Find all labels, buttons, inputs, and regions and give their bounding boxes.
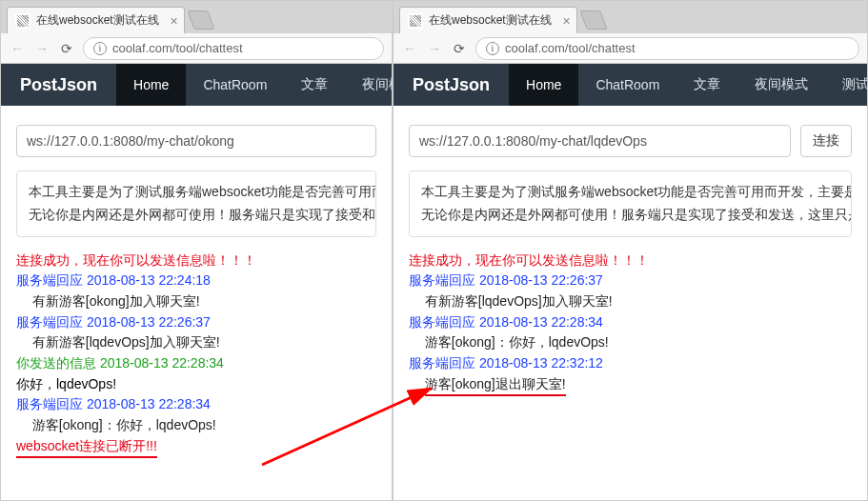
log-line: 服务端回应 2018-08-13 22:28:34: [409, 312, 852, 333]
nav-chatroom[interactable]: ChatRoom: [186, 64, 284, 106]
nav-chatroom[interactable]: ChatRoom: [578, 64, 676, 106]
nav-home[interactable]: Home: [116, 64, 186, 106]
tab-title: 在线websocket测试在线: [429, 12, 552, 29]
nav-article[interactable]: 文章: [284, 64, 345, 106]
ws-url-input[interactable]: [16, 125, 376, 157]
site-nav: PostJson Home ChatRoom 文章 夜间模式 测试工具: [394, 64, 867, 106]
ws-input-row: [16, 125, 376, 157]
nav-night[interactable]: 夜间模式: [345, 64, 392, 106]
connect-button[interactable]: 连接: [800, 125, 852, 157]
ws-input-row: 连接: [409, 125, 852, 157]
desc-line: 无论你是内网还是外网都可使用！服务端只是实现了接受和发送: [29, 204, 364, 227]
nav-article[interactable]: 文章: [676, 64, 737, 106]
log-line: 服务端回应 2018-08-13 22:26:37: [16, 312, 376, 333]
favicon-icon: [15, 13, 30, 29]
log-line: 有新游客[lqdevOps]加入聊天室!: [409, 291, 852, 312]
browser-window-left: 在线websocket测试在线 × ← → ⟳ i coolaf.com/too…: [0, 0, 393, 501]
ws-url-input[interactable]: [409, 125, 791, 157]
new-tab-button[interactable]: [187, 10, 214, 30]
log-line: 你好，lqdevOps!: [16, 374, 376, 395]
site-info-icon[interactable]: i: [93, 42, 107, 55]
brand-logo[interactable]: PostJson: [394, 64, 509, 106]
log-highlight: 游客[okong]退出聊天室!: [425, 374, 566, 397]
nav-tools[interactable]: 测试工具: [825, 64, 867, 106]
site-info-icon[interactable]: i: [486, 42, 499, 55]
address-bar[interactable]: i coolaf.com/tool/chattest: [475, 37, 859, 60]
page-body: 本工具主要是为了测试服务端websocket功能是否完善可用而开发 无论你是内网…: [1, 106, 392, 468]
desc-line: 本工具主要是为了测试服务端websocket功能是否完善可用而开发，主要是相: [421, 181, 839, 204]
favicon-icon: [408, 13, 423, 29]
log-line: 服务端回应 2018-08-13 22:26:37: [409, 271, 852, 291]
close-tab-icon[interactable]: ×: [171, 13, 178, 29]
nav-home[interactable]: Home: [509, 64, 578, 106]
tool-description: 本工具主要是为了测试服务端websocket功能是否完善可用而开发 无论你是内网…: [16, 170, 376, 237]
desc-line: 无论你是内网还是外网都可使用！服务端只是实现了接受和发送，这里只是测: [421, 204, 839, 227]
reload-icon[interactable]: ⟳: [451, 40, 468, 57]
desc-line: 本工具主要是为了测试服务端websocket功能是否完善可用而开发: [29, 181, 364, 204]
log-line: websocket连接已断开!!!: [16, 436, 376, 459]
log-line: 游客[okong]：你好，lqdevOps!: [16, 415, 376, 436]
back-icon[interactable]: ←: [9, 40, 26, 57]
message-log: 连接成功，现在你可以发送信息啦！！！ 服务端回应 2018-08-13 22:2…: [16, 250, 376, 459]
log-line: 有新游客[okong]加入聊天室!: [16, 291, 376, 312]
url-text: coolaf.com/tool/chattest: [112, 41, 243, 55]
log-line: 你发送的信息 2018-08-13 22:28:34: [16, 353, 376, 374]
address-row: ← → ⟳ i coolaf.com/tool/chattest: [394, 33, 867, 64]
forward-icon[interactable]: →: [426, 40, 443, 57]
log-line: 服务端回应 2018-08-13 22:24:18: [16, 271, 376, 291]
page-body: 连接 本工具主要是为了测试服务端websocket功能是否完善可用而开发，主要是…: [394, 106, 867, 406]
log-line: 连接成功，现在你可以发送信息啦！！！: [409, 250, 852, 271]
tool-description: 本工具主要是为了测试服务端websocket功能是否完善可用而开发，主要是相 无…: [409, 170, 852, 237]
log-line: 游客[okong]退出聊天室!: [409, 374, 852, 397]
close-tab-icon[interactable]: ×: [563, 13, 571, 29]
tab-bar: 在线websocket测试在线 ×: [394, 1, 867, 33]
log-line: 游客[okong]：你好，lqdevOps!: [409, 332, 852, 353]
message-log: 连接成功，现在你可以发送信息啦！！！ 服务端回应 2018-08-13 22:2…: [409, 250, 852, 397]
browser-window-right: 在线websocket测试在线 × ← → ⟳ i coolaf.com/too…: [393, 0, 868, 501]
log-line: 有新游客[lqdevOps]加入聊天室!: [16, 332, 376, 353]
tab-title: 在线websocket测试在线: [36, 12, 159, 29]
nav-night[interactable]: 夜间模式: [737, 64, 825, 106]
url-text: coolaf.com/tool/chattest: [505, 41, 636, 55]
address-row: ← → ⟳ i coolaf.com/tool/chattest: [1, 33, 392, 64]
site-nav: PostJson Home ChatRoom 文章 夜间模式: [1, 64, 392, 106]
log-highlight: websocket连接已断开!!!: [16, 436, 157, 459]
reload-icon[interactable]: ⟳: [58, 40, 75, 57]
tab-bar: 在线websocket测试在线 ×: [1, 1, 392, 33]
brand-logo[interactable]: PostJson: [1, 64, 116, 106]
browser-tab[interactable]: 在线websocket测试在线 ×: [7, 7, 185, 33]
browser-tab[interactable]: 在线websocket测试在线 ×: [399, 7, 577, 33]
log-line: 连接成功，现在你可以发送信息啦！！！: [16, 250, 376, 271]
forward-icon[interactable]: →: [33, 40, 50, 57]
new-tab-button[interactable]: [579, 10, 607, 30]
log-line: 服务端回应 2018-08-13 22:32:12: [409, 353, 852, 374]
address-bar[interactable]: i coolaf.com/tool/chattest: [83, 37, 384, 60]
log-line: 服务端回应 2018-08-13 22:28:34: [16, 394, 376, 415]
back-icon[interactable]: ←: [401, 40, 418, 57]
